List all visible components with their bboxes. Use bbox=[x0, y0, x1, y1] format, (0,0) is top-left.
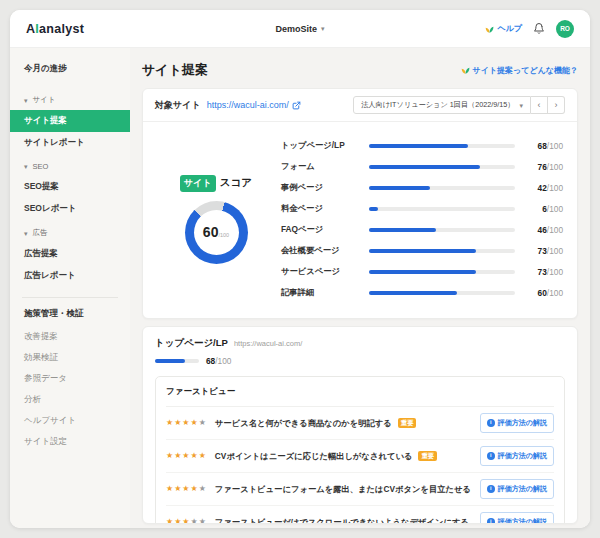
star-filled-icon: ★ bbox=[182, 452, 189, 460]
score-bar-value: 68/100 bbox=[527, 141, 563, 151]
avatar-initials: RO bbox=[560, 25, 570, 32]
page-title: サイト提案 bbox=[142, 61, 208, 79]
sidebar-section-label: SEO bbox=[33, 162, 49, 171]
external-link-icon bbox=[292, 101, 301, 110]
evaluation-method-button[interactable]: i 評価方法の解説 bbox=[480, 512, 554, 524]
star-filled-icon: ★ bbox=[191, 452, 198, 460]
evaluation-method-button[interactable]: i 評価方法の解説 bbox=[480, 413, 554, 433]
sidebar-item-ad-report[interactable]: 広告レポート bbox=[10, 265, 130, 287]
user-avatar[interactable]: RO bbox=[556, 20, 574, 38]
sidebar-item-effect-verification[interactable]: 効果検証 bbox=[10, 347, 130, 368]
page-score-bar-chart: トップページ/LP 68/100 フォーム 76/100 事例ページ bbox=[275, 132, 563, 306]
top-header: AIanalyst DemoSite ▾ ヘルプ RO bbox=[10, 10, 590, 48]
site-score-donut-chart: 60 /100 bbox=[185, 201, 248, 264]
score-bar-track bbox=[369, 249, 515, 253]
evaluation-method-label: 評価方法の解説 bbox=[498, 418, 547, 428]
evaluation-method-label: 評価方法の解説 bbox=[498, 517, 547, 524]
logo-text: A bbox=[26, 22, 35, 36]
score-bar-value: 76/100 bbox=[527, 162, 563, 172]
main-content: サイト提案 サイト提案ってどんな機能？ 対象サイト https://wacul-… bbox=[130, 48, 590, 528]
score-bar-label: 事例ページ bbox=[281, 182, 369, 193]
sidebar-item-seo-report[interactable]: SEOレポート bbox=[10, 198, 130, 220]
score-bar-row: 会社概要ページ 73/100 bbox=[281, 240, 563, 261]
score-bar-value: 46/100 bbox=[527, 225, 563, 235]
sidebar-item-ad-proposal[interactable]: 広告提案 bbox=[10, 243, 130, 265]
score-bar-label: フォーム bbox=[281, 161, 369, 172]
score-bar-value: 73/100 bbox=[527, 246, 563, 256]
checklist-text: ファーストビューにフォームを露出、またはCVボタンを目立たせる bbox=[215, 484, 471, 495]
app-logo[interactable]: AIanalyst bbox=[26, 22, 84, 36]
star-filled-icon: ★ bbox=[182, 518, 189, 524]
star-filled-icon: ★ bbox=[166, 518, 173, 524]
score-bar-row: 事例ページ 42/100 bbox=[281, 177, 563, 198]
feature-help-link[interactable]: サイト提案ってどんな機能？ bbox=[461, 65, 579, 76]
site-score-card: 対象サイト https://wacul-ai.com/ 法人向けITソリューショ… bbox=[142, 88, 578, 319]
site-selector-dropdown[interactable]: DemoSite ▾ bbox=[275, 24, 324, 34]
star-filled-icon: ★ bbox=[174, 518, 181, 524]
header-actions: ヘルプ RO bbox=[485, 20, 574, 38]
notifications-button[interactable] bbox=[533, 22, 545, 35]
evaluation-method-button[interactable]: i 評価方法の解説 bbox=[480, 479, 554, 499]
important-badge: 重要 bbox=[418, 451, 437, 461]
score-bar-track bbox=[369, 144, 515, 148]
sidebar-section-seo[interactable]: ▾ SEO bbox=[10, 154, 130, 176]
star-filled-icon: ★ bbox=[191, 419, 198, 427]
sidebar-item-monthly-progress[interactable]: 今月の進捗 bbox=[10, 56, 130, 87]
star-filled-icon: ★ bbox=[182, 485, 189, 493]
score-bar-row: トップページ/LP 68/100 bbox=[281, 135, 563, 156]
sidebar-item-site-proposal[interactable]: サイト提案 bbox=[10, 110, 130, 132]
score-bar-value: 73/100 bbox=[527, 267, 563, 277]
star-empty-icon: ★ bbox=[199, 485, 206, 493]
logo-text-rest: analyst bbox=[39, 22, 84, 36]
sidebar-item-help-site[interactable]: ヘルプサイト bbox=[10, 410, 130, 431]
star-filled-icon: ★ bbox=[199, 452, 206, 460]
detail-score-value: 68/100 bbox=[206, 356, 231, 366]
star-rating: ★★★★★ bbox=[166, 485, 206, 493]
score-bar-row: 料金ページ 6/100 bbox=[281, 198, 563, 219]
report-prev-button[interactable]: ‹ bbox=[531, 96, 548, 114]
star-filled-icon: ★ bbox=[174, 485, 181, 493]
score-bar-label: FAQページ bbox=[281, 224, 369, 235]
first-view-title: ファーストビュー bbox=[166, 377, 554, 407]
score-bar-track bbox=[369, 165, 515, 169]
info-icon: i bbox=[487, 419, 495, 427]
score-bar-fill bbox=[369, 165, 480, 169]
checklist-text: サービス名と何ができる商品なのかを明記する bbox=[215, 418, 392, 429]
checklist-text: ファーストビューだけでスクロールできないようなデザインにする bbox=[215, 517, 469, 525]
sidebar-item-seo-proposal[interactable]: SEO提案 bbox=[10, 176, 130, 198]
star-rating: ★★★★★ bbox=[166, 518, 206, 524]
score-bar-fill bbox=[369, 291, 457, 295]
report-next-button[interactable]: › bbox=[548, 96, 565, 114]
detail-score-track bbox=[155, 359, 199, 363]
sidebar-item-site-report[interactable]: サイトレポート bbox=[10, 132, 130, 154]
star-empty-icon: ★ bbox=[191, 518, 198, 524]
sidebar-section-site[interactable]: ▾ サイト bbox=[10, 87, 130, 110]
score-bar-row: 記事詳細 60/100 bbox=[281, 282, 563, 303]
score-bar-track bbox=[369, 186, 515, 190]
score-bar-label: トップページ/LP bbox=[281, 140, 369, 151]
checklist-row: ★★★★★ ファーストビューにフォームを露出、またはCVボタンを目立たせる i … bbox=[166, 473, 554, 506]
sidebar: 今月の進捗 ▾ サイト サイト提案 サイトレポート ▾ SEO SEO提案 SE… bbox=[10, 48, 130, 528]
evaluation-method-button[interactable]: i 評価方法の解説 bbox=[480, 446, 554, 466]
sidebar-item-reference-data[interactable]: 参照データ bbox=[10, 368, 130, 389]
score-bar-row: サービスページ 73/100 bbox=[281, 261, 563, 282]
target-site-link[interactable]: https://wacul-ai.com/ bbox=[207, 100, 301, 110]
score-bar-label: 料金ページ bbox=[281, 203, 369, 214]
sidebar-item-analysis[interactable]: 分析 bbox=[10, 389, 130, 410]
report-period-dropdown[interactable]: 法人向けITソリューション 1回目（2022/9/15） ▾ bbox=[353, 96, 531, 114]
info-icon: i bbox=[487, 485, 495, 493]
help-link[interactable]: ヘルプ bbox=[485, 23, 522, 34]
sidebar-item-improvement-proposal[interactable]: 改善提案 bbox=[10, 326, 130, 347]
bell-icon bbox=[533, 22, 545, 35]
score-bar-fill bbox=[369, 207, 378, 211]
sidebar-item-site-settings[interactable]: サイト設定 bbox=[10, 431, 130, 452]
target-site-label: 対象サイト bbox=[155, 99, 201, 112]
site-score-value: 60 bbox=[203, 224, 219, 240]
site-score-max: /100 bbox=[218, 232, 229, 238]
score-bar-label: サービスページ bbox=[281, 266, 369, 277]
site-score-summary: サイト スコア 60 /100 bbox=[157, 132, 275, 306]
evaluation-method-label: 評価方法の解説 bbox=[498, 484, 547, 494]
detail-page-url: https://wacul-ai.com/ bbox=[234, 339, 302, 348]
sidebar-section-ads[interactable]: ▾ 広告 bbox=[10, 220, 130, 243]
checklist-row: ★★★★★ サービス名と何ができる商品なのかを明記する 重要 i 評価方法の解説 bbox=[166, 407, 554, 440]
